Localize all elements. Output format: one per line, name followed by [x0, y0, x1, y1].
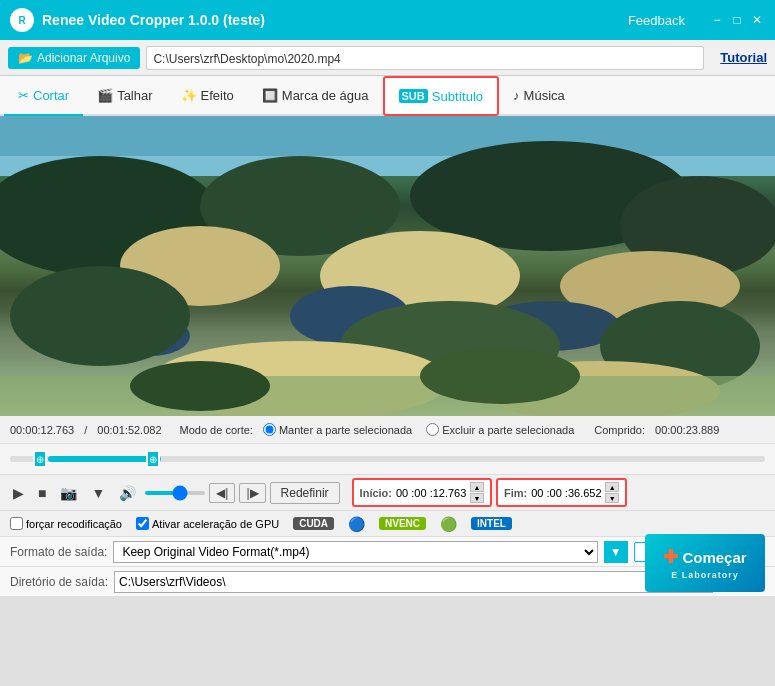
inicio-spinners: ▲ ▼ [470, 482, 484, 503]
cut-mode-group: Manter a parte selecionada Excluir a par… [263, 423, 574, 436]
nav-tabs: ✂ Cortar 🎬 Talhar ✨ Efeito 🔲 Marca de ág… [0, 76, 775, 116]
selection-range [48, 456, 161, 462]
bottom-rows: forçar recodificação Ativar aceleração d… [0, 510, 775, 596]
musica-icon: ♪ [513, 88, 520, 103]
marca-agua-label: Marca de água [282, 88, 369, 103]
start-time-group: Início: ▲ ▼ [352, 478, 492, 507]
start-label-main: Começar [682, 549, 746, 566]
volume-button[interactable]: 🔊 [114, 482, 141, 504]
talhar-label: Talhar [117, 88, 152, 103]
keep-radio[interactable] [263, 423, 276, 436]
current-time: 00:00:12.763 [10, 424, 74, 436]
inicio-input[interactable] [396, 487, 466, 499]
length-value: 00:00:23.889 [655, 424, 719, 436]
volume-icon: 🔊 [119, 485, 136, 501]
musica-label: Música [524, 88, 565, 103]
start-area: ✚ Começar E Laboratory [645, 534, 765, 592]
frame-next-button[interactable]: |▶ [239, 483, 265, 503]
nvenc-icon: 🟢 [440, 516, 457, 532]
format-select[interactable]: Keep Original Video Format(*.mp4) [113, 541, 597, 563]
end-time-group: Fim: ▲ ▼ [496, 478, 627, 507]
exclude-radio[interactable] [426, 423, 439, 436]
progress-track[interactable]: ⊕ ⊕ [10, 456, 765, 462]
mode-label: Modo de corte: [180, 424, 253, 436]
screenshot-dropdown[interactable]: ▼ [86, 482, 110, 504]
toolbar-row: 📂 Adicionar Arquivo C:\Users\zrf\Desktop… [0, 40, 775, 76]
tab-efeito[interactable]: ✨ Efeito [167, 76, 248, 116]
fim-up[interactable]: ▲ [605, 482, 619, 492]
close-button[interactable]: ✕ [749, 12, 765, 28]
camera-icon: 📷 [60, 485, 77, 501]
start-button[interactable]: ✚ Começar E Laboratory [645, 534, 765, 592]
tutorial-link[interactable]: Tutorial [720, 50, 767, 65]
intel-badge[interactable]: INTEL [471, 517, 512, 530]
svg-point-12 [10, 266, 190, 366]
end-marker[interactable]: ⊕ [146, 450, 160, 468]
volume-slider[interactable] [145, 491, 205, 495]
feedback-link[interactable]: Feedback [628, 13, 685, 28]
file-path-display: C:\Users\zrf\Desktop\mo\2020.mp4 [146, 46, 704, 70]
app-logo: R [10, 8, 34, 32]
tab-talhar[interactable]: 🎬 Talhar [83, 76, 166, 116]
screenshot-button[interactable]: 📷 [55, 482, 82, 504]
titlebar: R Renee Video Cropper 1.0.0 (teste) Feed… [0, 0, 775, 40]
length-label: Comprido: [594, 424, 645, 436]
cuda-badge[interactable]: CUDA [293, 517, 334, 530]
main-container: 00:00:12.763 / 00:01:52.082 Modo de cort… [0, 116, 775, 596]
add-file-icon: 📂 [18, 51, 33, 65]
cuda-icon: 🔵 [348, 516, 365, 532]
gpu-option[interactable]: Ativar aceleração de GPU [136, 517, 279, 530]
minimize-button[interactable]: − [709, 12, 725, 28]
time-separator: / [84, 424, 87, 436]
progress-area[interactable]: ⊕ ⊕ [0, 444, 775, 474]
fim-spinners: ▲ ▼ [605, 482, 619, 503]
tab-subtitulo[interactable]: SUB Subtítulo [383, 76, 500, 116]
cortar-icon: ✂ [18, 88, 29, 103]
format-label: Formato de saída: [10, 545, 107, 559]
exclude-option[interactable]: Excluir a parte selecionada [426, 423, 574, 436]
start-marker-icon: ⊕ [36, 454, 44, 465]
total-time: 00:01:52.082 [97, 424, 161, 436]
stop-button[interactable]: ■ [33, 482, 51, 504]
add-file-label: Adicionar Arquivo [37, 51, 130, 65]
start-marker[interactable]: ⊕ [33, 450, 47, 468]
cortar-label: Cortar [33, 88, 69, 103]
redefine-button[interactable]: Redefinir [270, 482, 340, 504]
efeito-icon: ✨ [181, 88, 197, 103]
recodificar-option[interactable]: forçar recodificação [10, 517, 122, 530]
fim-input[interactable] [531, 487, 601, 499]
inicio-down[interactable]: ▼ [470, 493, 484, 503]
svg-point-18 [130, 361, 270, 411]
subtitulo-icon: SUB [399, 89, 428, 103]
add-file-button[interactable]: 📂 Adicionar Arquivo [8, 47, 140, 69]
tab-marca-agua[interactable]: 🔲 Marca de água [248, 76, 383, 116]
nvenc-badge[interactable]: NVENC [379, 517, 426, 530]
exclude-label: Excluir a parte selecionada [442, 424, 574, 436]
svg-rect-0 [0, 116, 775, 156]
marca-agua-icon: 🔲 [262, 88, 278, 103]
app-title: Renee Video Cropper 1.0.0 (teste) [42, 12, 628, 28]
inicio-up[interactable]: ▲ [470, 482, 484, 492]
brand-sub-label: E Laboratory [671, 570, 739, 580]
video-player[interactable] [0, 116, 775, 416]
tab-musica[interactable]: ♪ Música [499, 76, 579, 116]
svg-rect-17 [0, 376, 775, 416]
subtitulo-label: Subtítulo [432, 89, 483, 104]
inicio-label: Início: [360, 487, 392, 499]
recodificar-label: forçar recodificação [26, 518, 122, 530]
restore-button[interactable]: □ [729, 12, 745, 28]
efeito-label: Efeito [201, 88, 234, 103]
dir-path-input[interactable] [114, 571, 713, 593]
svg-point-19 [420, 348, 580, 404]
end-marker-icon: ⊕ [149, 454, 157, 465]
gpu-checkbox[interactable] [136, 517, 149, 530]
play-button[interactable]: ▶ [8, 482, 29, 504]
format-dropdown-button[interactable]: ▼ [604, 541, 628, 563]
recodificar-checkbox[interactable] [10, 517, 23, 530]
fim-label: Fim: [504, 487, 527, 499]
keep-option[interactable]: Manter a parte selecionada [263, 423, 412, 436]
tab-cortar[interactable]: ✂ Cortar [4, 76, 83, 116]
frame-prev-button[interactable]: ◀| [209, 483, 235, 503]
fim-down[interactable]: ▼ [605, 493, 619, 503]
video-frame [0, 116, 775, 416]
